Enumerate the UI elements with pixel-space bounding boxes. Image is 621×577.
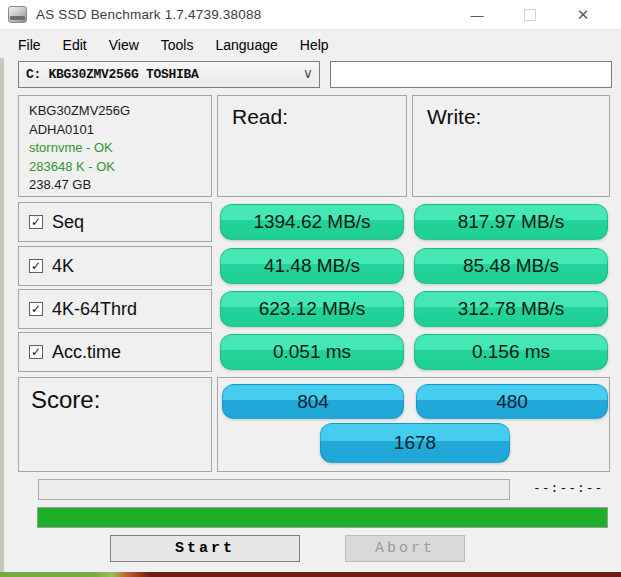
4k64thrd-read-value: 623.12 MB/s xyxy=(220,291,404,327)
start-button[interactable]: Start xyxy=(110,535,300,562)
maximize-icon xyxy=(524,9,536,21)
chevron-down-icon: ∨ xyxy=(303,65,313,81)
drive-select-dropdown[interactable]: C: KBG30ZMV256G TOSHIBA ∨ xyxy=(18,61,320,88)
check-icon: ✓ xyxy=(31,216,41,228)
4k64thrd-label: 4K-64Thrd xyxy=(52,299,137,320)
total-score-pill: 1678 xyxy=(320,423,510,463)
check-icon: ✓ xyxy=(31,260,41,272)
desktop-left-edge xyxy=(0,58,4,573)
4k64thrd-write-value: 312.78 MB/s xyxy=(414,291,608,327)
write-column-panel: Write: xyxy=(412,95,610,197)
overall-progress-bar xyxy=(37,507,608,528)
acctime-write-value: 0.156 ms xyxy=(414,334,608,370)
test-row-4k64thrd: ✓ 4K-64Thrd xyxy=(18,289,212,329)
score-label-cell: Score: xyxy=(18,377,212,472)
drive-info-panel: KBG30ZMV256G ADHA0101 stornvme - OK 2836… xyxy=(18,95,212,197)
selected-drive-label: C: KBG30ZMV256G TOSHIBA xyxy=(19,67,199,82)
acctime-label: Acc.time xyxy=(52,342,121,363)
read-column-panel: Read: xyxy=(217,95,407,197)
window-title: AS SSD Benchmark 1.7.4739.38088 xyxy=(36,7,261,22)
4k-write-value: 85.48 MB/s xyxy=(414,248,608,284)
title-bar: AS SSD Benchmark 1.7.4739.38088 — ✕ xyxy=(0,0,621,30)
seq-label: Seq xyxy=(52,212,84,233)
menu-tools[interactable]: Tools xyxy=(150,30,205,59)
minimize-icon: — xyxy=(471,8,484,23)
seq-checkbox[interactable]: ✓ xyxy=(29,215,43,229)
drive-model: KBG30ZMV256G xyxy=(29,102,211,121)
desktop-bottom-edge xyxy=(0,572,621,577)
minimize-button[interactable]: — xyxy=(455,0,499,30)
time-remaining: --:--:-- xyxy=(533,481,613,496)
4k-checkbox[interactable]: ✓ xyxy=(29,259,43,273)
close-button[interactable]: ✕ xyxy=(561,0,605,30)
check-icon: ✓ xyxy=(31,346,41,358)
check-icon: ✓ xyxy=(31,303,41,315)
menu-file[interactable]: File xyxy=(7,30,52,59)
read-column-header: Read: xyxy=(218,96,406,129)
drive-firmware: ADHA0101 xyxy=(29,121,211,140)
4k-label: 4K xyxy=(52,256,74,277)
read-score-pill: 804 xyxy=(222,384,404,419)
menu-help[interactable]: Help xyxy=(289,30,340,59)
drive-capacity: 238.47 GB xyxy=(29,176,211,195)
acctime-checkbox[interactable]: ✓ xyxy=(29,345,43,359)
4k64thrd-checkbox[interactable]: ✓ xyxy=(29,302,43,316)
4k-read-value: 41.48 MB/s xyxy=(220,248,404,284)
abort-button[interactable]: Abort xyxy=(345,535,465,562)
driver-status: stornvme - OK xyxy=(29,139,211,158)
menu-edit[interactable]: Edit xyxy=(52,30,98,59)
test-row-seq: ✓ Seq xyxy=(18,202,212,242)
menu-language[interactable]: Language xyxy=(204,30,288,59)
maximize-button[interactable] xyxy=(508,0,552,30)
acctime-read-value: 0.051 ms xyxy=(220,334,404,370)
menu-bar: File Edit View Tools Language Help xyxy=(0,30,621,59)
seq-read-value: 1394.62 MB/s xyxy=(220,204,404,240)
secondary-input-box[interactable] xyxy=(330,61,612,88)
seq-write-value: 817.97 MB/s xyxy=(414,204,608,240)
close-icon: ✕ xyxy=(577,6,590,24)
benchmark-progress-bar xyxy=(38,479,510,500)
score-label: Score: xyxy=(31,386,100,413)
as-ssd-benchmark-window: AS SSD Benchmark 1.7.4739.38088 — ✕ File… xyxy=(0,0,621,577)
app-drive-icon xyxy=(8,6,27,23)
test-row-acctime: ✓ Acc.time xyxy=(18,332,212,372)
alignment-status: 283648 K - OK xyxy=(29,158,211,177)
write-score-pill: 480 xyxy=(416,384,608,419)
test-row-4k: ✓ 4K xyxy=(18,246,212,286)
write-column-header: Write: xyxy=(413,96,609,129)
menu-view[interactable]: View xyxy=(98,30,150,59)
